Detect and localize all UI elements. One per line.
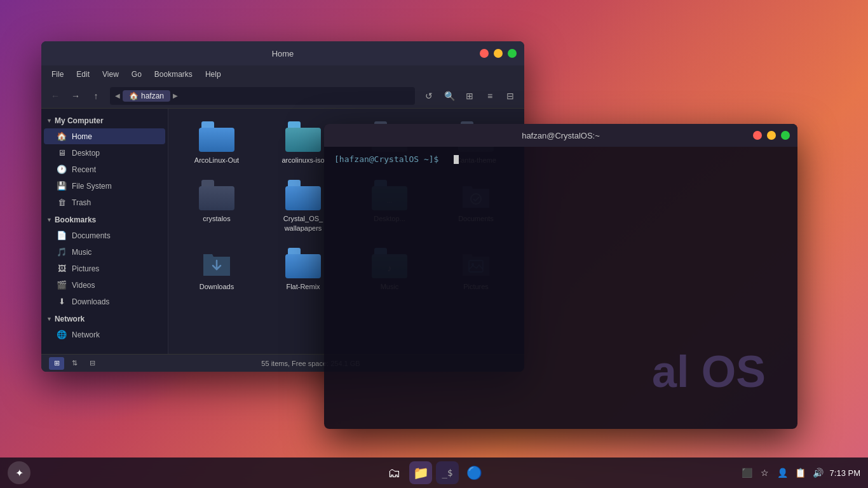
folder-icon-crystalos — [199, 180, 234, 210]
file-manager-title: Home — [272, 49, 294, 58]
menu-help[interactable]: Help — [200, 68, 226, 81]
tray-user-icon[interactable]: 👤 — [776, 466, 789, 479]
terminal-title: hafzan@CrystalOS:~ — [522, 131, 600, 140]
menu-view[interactable]: View — [97, 68, 124, 81]
terminal-window: hafzan@CrystalOS:~ [hafzan@CrystalOS ~]$… — [324, 124, 797, 429]
sidebar-videos-label: Videos — [72, 281, 95, 290]
tray-display-icon[interactable]: ⬛ — [741, 466, 754, 479]
sidebar-item-downloads[interactable]: ⬇ Downloads — [44, 294, 165, 309]
statusbar-list-btn[interactable]: ⊟ — [85, 357, 100, 370]
up-button[interactable]: ↑ — [87, 87, 105, 105]
file-name-flat-remix: Flat-Remix — [286, 282, 320, 291]
taskbar-files-icon[interactable]: 🗂 — [383, 461, 405, 484]
grid-view-button[interactable]: ⊞ — [461, 87, 478, 105]
folder-icon-crystal-os-wallpapers — [285, 180, 321, 210]
downloads-icon: ⬇ — [57, 297, 67, 306]
terminal-user: [hafzan@CrystalOS ~]$ — [334, 154, 438, 164]
terminal-close-button[interactable] — [753, 131, 762, 140]
file-item-downloads[interactable]: Downloads — [176, 243, 257, 296]
terminal-prompt: [hafzan@CrystalOS ~]$ — [334, 154, 787, 164]
taskbar-browser-icon[interactable]: 🔵 — [463, 461, 485, 484]
folder-icon-flat-remix — [285, 248, 321, 278]
file-name-arcolinuxs-iso: arcolinuxs-iso — [281, 156, 324, 165]
sidebar-section-network: ▼ Network 🌐 Network — [41, 312, 168, 342]
sidebar-item-documents[interactable]: 📄 Documents — [44, 227, 165, 243]
path-segment-home[interactable]: 🏠 hafzan — [123, 90, 170, 102]
menu-edit[interactable]: Edit — [71, 68, 95, 81]
videos-icon: 🎬 — [57, 280, 67, 290]
taskbar-terminal-icon[interactable]: _$ — [436, 461, 459, 484]
file-manager-titlebar: Home — [41, 41, 524, 65]
menu-file[interactable]: File — [46, 68, 69, 81]
trash-icon: 🗑 — [57, 198, 67, 207]
menu-go[interactable]: Go — [126, 68, 147, 81]
terminal-body[interactable]: [hafzan@CrystalOS ~]$ al OS — [324, 147, 797, 429]
bookmarks-label: Bookmarks — [55, 215, 96, 224]
minimize-button[interactable] — [494, 49, 503, 58]
sidebar-item-filesystem[interactable]: 💾 File System — [44, 178, 165, 194]
menubar: File Edit View Go Bookmarks Help — [41, 65, 524, 83]
taskbar: ✦ 🗂 📁 _$ 🔵 ⬛ ☆ 👤 📋 🔊 7:13 PM — [0, 458, 868, 488]
sidebar-home-label: Home — [72, 132, 92, 141]
documents-icon: 📄 — [57, 231, 67, 240]
sidebar-documents-label: Documents — [72, 231, 111, 240]
sidebar-item-trash[interactable]: 🗑 Trash — [44, 194, 165, 210]
taskbar-filemanager-icon[interactable]: 📁 — [409, 461, 432, 484]
tray-volume-icon[interactable]: 🔊 — [812, 466, 825, 479]
sidebar-section-mycomputer: ▼ My Computer 🏠 Home 🖥 Desktop 🕐 Recent … — [41, 114, 168, 210]
terminal-controls — [753, 131, 790, 140]
back-button[interactable]: ← — [46, 87, 64, 105]
menu-bookmarks[interactable]: Bookmarks — [149, 68, 198, 81]
window-controls — [480, 49, 517, 58]
detail-view-button[interactable]: ⊟ — [501, 87, 519, 105]
pictures-icon: 🖼 — [57, 264, 67, 273]
sidebar-item-home[interactable]: 🏠 Home — [44, 128, 165, 144]
terminal-maximize-button[interactable] — [781, 131, 790, 140]
path-bar: ◀ 🏠 hafzan ▶ — [110, 87, 415, 105]
sidebar-music-label: Music — [72, 248, 92, 257]
sidebar-item-music[interactable]: 🎵 Music — [44, 244, 165, 260]
file-item-crystalos[interactable]: crystalos — [176, 175, 257, 238]
tray-bluetooth-icon[interactable]: ☆ — [759, 466, 771, 479]
file-name-downloads-grid: Downloads — [200, 282, 234, 291]
tray-network-icon[interactable]: 📋 — [794, 466, 807, 479]
list-view-button[interactable]: ≡ — [481, 87, 499, 105]
sidebar-mycomputer-header[interactable]: ▼ My Computer — [41, 114, 168, 128]
sidebar-network-header[interactable]: ▼ Network — [41, 312, 168, 326]
apps-button[interactable]: ✦ — [8, 461, 31, 484]
sidebar-trash-label: Trash — [72, 198, 91, 207]
taskbar-center: 🗂 📁 _$ 🔵 — [383, 461, 485, 484]
search-button[interactable]: 🔍 — [440, 87, 458, 105]
sidebar-bookmarks-header[interactable]: ▼ Bookmarks — [41, 213, 168, 227]
sidebar-section-bookmarks: ▼ Bookmarks 📄 Documents 🎵 Music 🖼 Pictur… — [41, 213, 168, 309]
statusbar-sort-btn[interactable]: ⇅ — [67, 357, 82, 370]
terminal-minimize-button[interactable] — [767, 131, 776, 140]
folder-icon-downloads — [199, 248, 234, 278]
file-name-crystalos: crystalos — [203, 214, 230, 223]
music-icon: 🎵 — [57, 247, 67, 257]
maximize-button[interactable] — [508, 49, 517, 58]
forward-button[interactable]: → — [67, 87, 85, 105]
taskbar-left: ✦ — [8, 461, 36, 484]
network-label: Network — [55, 315, 85, 323]
mycomputer-arrow: ▼ — [46, 118, 52, 124]
sidebar-item-network[interactable]: 🌐 Network — [44, 327, 165, 342]
reload-button[interactable]: ↺ — [420, 87, 438, 105]
close-button[interactable] — [480, 49, 489, 58]
home-icon: 🏠 — [129, 92, 139, 100]
system-tray: ⬛ ☆ 👤 📋 🔊 7:13 PM — [741, 466, 860, 479]
path-left-arrow[interactable]: ◀ — [115, 92, 120, 99]
sidebar: ▼ My Computer 🏠 Home 🖥 Desktop 🕐 Recent … — [41, 109, 168, 354]
network-icon: 🌐 — [57, 330, 67, 339]
sidebar-item-pictures[interactable]: 🖼 Pictures — [44, 261, 165, 276]
path-right-arrow[interactable]: ▶ — [173, 92, 178, 99]
sidebar-item-videos[interactable]: 🎬 Videos — [44, 277, 165, 293]
sidebar-item-recent[interactable]: 🕐 Recent — [44, 161, 165, 177]
statusbar-grid-btn[interactable]: ⊞ — [49, 357, 64, 370]
sidebar-item-desktop[interactable]: 🖥 Desktop — [44, 145, 165, 161]
terminal-cursor — [454, 155, 459, 164]
network-arrow: ▼ — [46, 316, 52, 322]
sidebar-downloads-label: Downloads — [72, 297, 109, 306]
file-name-arcolinux-out: ArcoLinux-Out — [194, 156, 239, 165]
file-item-arcolinux-out[interactable]: ArcoLinux-Out — [176, 116, 257, 170]
